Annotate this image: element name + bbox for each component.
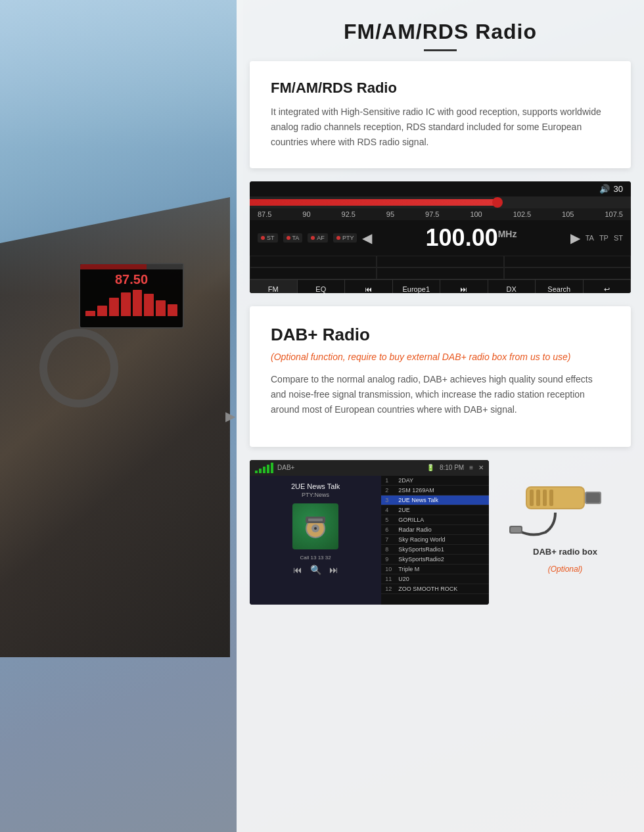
freq-92: 92.5 xyxy=(342,210,356,218)
expand-arrow-icon: ▶ xyxy=(225,408,235,424)
fm-card-title: FM/AM/RDS Radio xyxy=(271,80,610,97)
radio-volume: 🔊 30 xyxy=(599,184,623,194)
dab-optional-note: (Optional function, require to buy exter… xyxy=(271,350,610,364)
preset-2[interactable] xyxy=(377,256,503,267)
station-name-7: Sky Racing World xyxy=(398,536,445,543)
badge-pty-dot xyxy=(336,236,340,240)
radio-search-button[interactable]: Search xyxy=(536,280,584,293)
page-title-section: FM/AM/RDS Radio xyxy=(237,0,644,61)
radio-dx-button[interactable]: DX xyxy=(488,280,536,293)
dab-station-7[interactable]: 7Sky Racing World xyxy=(381,535,489,545)
station-name-1: 2DAY xyxy=(398,477,413,484)
dab-next-button[interactable]: ⏭ xyxy=(329,565,338,575)
station-num-7: 7 xyxy=(385,536,394,543)
radio-europe1-button[interactable]: Europe1 xyxy=(393,280,441,293)
mini-bar-7 xyxy=(156,300,166,316)
dab-station-10[interactable]: 10Triple M xyxy=(381,565,489,574)
mini-radio-freq: 87.50 xyxy=(80,272,183,287)
next-freq-button[interactable]: ▶ xyxy=(570,230,580,246)
dab-search-button[interactable]: 🔍 xyxy=(310,565,321,575)
svg-rect-6 xyxy=(527,488,584,508)
dab-controls: ⏮ 🔍 ⏭ xyxy=(293,565,338,575)
dab-station-8[interactable]: 8SkySportsRadio1 xyxy=(381,545,489,555)
station-num-8: 8 xyxy=(385,546,394,553)
dab-station-1[interactable]: 12DAY xyxy=(381,476,489,486)
tp-label: TP xyxy=(599,234,609,242)
freq-display: 100.00 xyxy=(426,224,498,251)
preset-5[interactable] xyxy=(377,267,503,279)
radio-prev-button[interactable]: ⏮ xyxy=(345,280,393,293)
dab-card: DAB+ Radio (Optional function, require t… xyxy=(250,306,631,446)
freq-105: 105 xyxy=(562,210,574,218)
current-frequency: 100.00MHz xyxy=(377,224,564,252)
station-num-6: 6 xyxy=(385,526,394,533)
mini-radio-bars xyxy=(80,290,183,316)
dab-station-3[interactable]: 32UE News Talk xyxy=(381,496,489,505)
dab-close-icon[interactable]: ✕ xyxy=(478,464,484,471)
svg-rect-4 xyxy=(308,519,323,521)
signal-bar-2 xyxy=(259,469,262,473)
station-name-8: SkySportsRadio1 xyxy=(398,546,444,553)
signal-bar-1 xyxy=(255,471,258,473)
dab-station-12[interactable]: 12ZOO SMOOTH ROCK xyxy=(381,584,489,594)
station-num-4: 4 xyxy=(385,507,394,513)
svg-rect-14 xyxy=(511,527,521,532)
mini-bar-3 xyxy=(109,298,119,316)
dab-top-bar: DAB+ 🔋 8:10 PM ≡ ✕ xyxy=(250,460,489,476)
badge-st: ST xyxy=(258,233,278,243)
radio-freq-bar: 87.5 90 92.5 95 97.5 100 102.5 105 107.5 xyxy=(250,208,631,220)
dab-description: Compare to the normal analog radio, DAB+… xyxy=(271,372,610,417)
station-name-9: SkySportsRadio2 xyxy=(398,556,444,563)
mini-bar-6 xyxy=(144,294,154,316)
radio-back-button[interactable]: ↩ xyxy=(584,280,632,293)
preset-4[interactable] xyxy=(250,267,377,279)
dab-box-image xyxy=(506,460,624,539)
next-icon: ⏭ xyxy=(460,285,467,293)
dab-station-6[interactable]: 6Radar Radio xyxy=(381,525,489,535)
radio-eq-button[interactable]: EQ xyxy=(298,280,346,293)
dab-signal-icon xyxy=(255,463,273,473)
dab-station-4[interactable]: 42UE xyxy=(381,505,489,515)
dab-label: DAB+ xyxy=(277,464,294,471)
dab-station-11[interactable]: 11U20 xyxy=(381,574,489,584)
radio-slider-track[interactable] xyxy=(250,196,631,208)
station-name-3: 2UE News Talk xyxy=(398,497,438,503)
badge-st-dot xyxy=(261,236,265,240)
badge-af-dot xyxy=(311,236,315,240)
steering-wheel xyxy=(39,329,118,407)
radio-bottom-bar: FM EQ ⏮ Europe1 ⏭ DX Search ↩ xyxy=(250,279,631,293)
dab-screen: DAB+ 🔋 8:10 PM ≡ ✕ 2UE News Talk PTY:New… xyxy=(250,460,489,605)
dab-content: 2UE News Talk PTY:News xyxy=(250,476,489,605)
freq-unit: MHz xyxy=(498,229,517,239)
radio-top-bar: 🔊 30 xyxy=(250,181,631,196)
freq-95: 95 xyxy=(386,210,394,218)
dab-prev-button[interactable]: ⏮ xyxy=(293,565,302,575)
radio-next-button[interactable]: ⏭ xyxy=(440,280,488,293)
dab-station-5[interactable]: 5GORILLA xyxy=(381,515,489,525)
station-name-5: GORILLA xyxy=(398,517,424,523)
preset-6[interactable] xyxy=(504,267,631,279)
dab-station-2[interactable]: 22SM 1269AM xyxy=(381,486,489,496)
radio-fm-button[interactable]: FM xyxy=(250,280,298,293)
preset-1[interactable] xyxy=(250,256,377,267)
mini-bar-8 xyxy=(168,304,177,316)
station-num-3: 3 xyxy=(385,497,394,503)
station-name-2: 2SM 1269AM xyxy=(398,487,434,494)
freq-90: 90 xyxy=(302,210,310,218)
dab-title: DAB+ Radio xyxy=(271,325,610,345)
station-num-5: 5 xyxy=(385,517,394,523)
mini-radio-screen: 87.50 xyxy=(79,263,184,329)
station-num-9: 9 xyxy=(385,556,394,563)
badge-pty: PTY xyxy=(333,233,357,243)
svg-rect-10 xyxy=(549,490,553,506)
svg-rect-9 xyxy=(543,490,547,506)
prev-freq-button[interactable]: ◀ xyxy=(362,230,372,246)
prev-icon: ⏮ xyxy=(365,285,372,293)
svg-rect-7 xyxy=(530,490,534,506)
radio-artwork-icon xyxy=(299,510,332,543)
station-name-4: 2UE xyxy=(398,507,410,513)
preset-3[interactable] xyxy=(504,256,631,267)
right-panel: FM/AM/RDS Radio FM/AM/RDS Radio It integ… xyxy=(237,0,644,832)
station-num-1: 1 xyxy=(385,477,394,484)
dab-station-9[interactable]: 9SkySportsRadio2 xyxy=(381,555,489,565)
